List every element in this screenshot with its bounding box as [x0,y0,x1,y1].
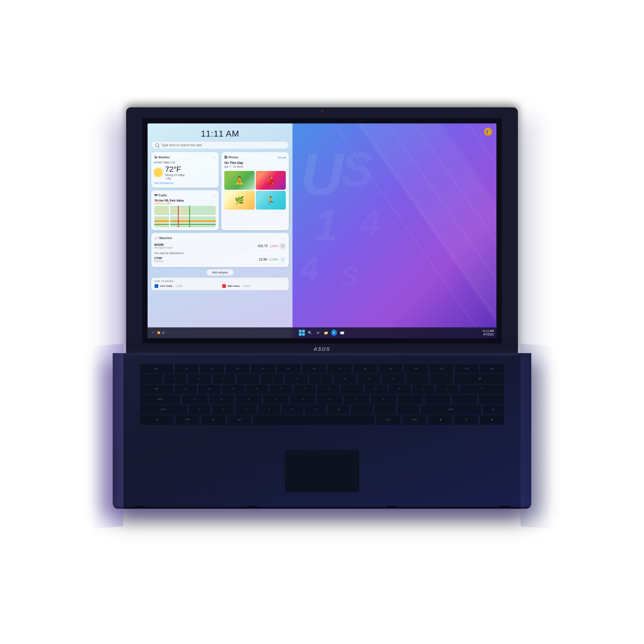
key-f7[interactable]: F7 [327,364,352,373]
start-button[interactable] [299,330,305,336]
key-del[interactable]: DEL [480,364,504,373]
key-n[interactable]: N [305,405,327,414]
taskbar-outlook[interactable]: ✉️ [339,330,345,336]
key-f8[interactable]: F8 [353,364,377,373]
key-o[interactable]: O [365,384,387,393]
key-slash[interactable]: / [397,405,419,414]
key-u[interactable]: U [317,384,340,393]
key-4[interactable]: 4 [236,374,259,383]
key-s[interactable]: S [209,394,235,404]
key-ctrl[interactable]: CTRL [175,415,200,424]
key-period[interactable]: . [374,405,396,414]
key-5[interactable]: 5 [261,374,284,383]
key-h[interactable]: H [317,394,343,404]
traffic-menu[interactable]: ··· [213,193,216,197]
key-f12[interactable]: F12 [455,364,479,373]
key-tab[interactable]: TAB [140,384,173,393]
key-p[interactable]: P [388,384,411,393]
user-avatar[interactable]: 🎭 [484,128,492,136]
key-lbracket[interactable]: [ [412,384,435,393]
photo-thumb-1[interactable]: 🧘 [224,171,255,190]
key-2[interactable]: 2 [188,374,211,383]
key-6[interactable]: 6 [285,374,308,383]
key-semicolon[interactable]: ; [425,394,451,404]
key-minus[interactable]: - [406,374,429,383]
key-f10[interactable]: F10 [404,364,428,373]
key-f1[interactable]: F1 [174,364,199,373]
key-e[interactable]: E [222,384,245,393]
key-f9[interactable]: F9 [378,364,403,373]
key-d[interactable]: D [236,394,262,404]
key-v[interactable]: V [258,405,280,414]
key-x[interactable]: X [212,405,234,414]
photos-see-all[interactable]: See all [277,156,286,159]
taskbar-explorer[interactable]: 📁 [323,330,329,336]
key-lshift[interactable]: SHIFT [140,405,188,414]
key-c[interactable]: C [235,405,257,414]
key-w[interactable]: W [198,384,221,393]
key-space[interactable] [253,415,375,424]
weather-forecast-link[interactable]: See full forecast [154,182,216,185]
stock-row-wgrb[interactable]: WGRB Woodgrove Bank 435.75 -1.67% ↗ [154,242,286,251]
stock-row-ctsp[interactable]: CTSP Contoso 23.98 +2.23% ↗ [154,255,286,264]
key-f11[interactable]: F11 [429,364,453,373]
key-g[interactable]: G [290,394,316,404]
taskbar-edge[interactable]: e [331,330,337,336]
weather-menu[interactable]: ··· [213,155,216,159]
key-fn[interactable]: FN [140,415,174,424]
key-f6[interactable]: F6 [302,364,326,373]
key-quote[interactable]: ' [452,394,478,404]
key-f[interactable]: F [263,394,289,404]
key-9[interactable]: 9 [357,374,380,383]
story-item-2[interactable]: NBC News · 5 mins [222,284,286,288]
key-i[interactable]: I [341,384,364,393]
key-j[interactable]: J [344,394,370,404]
key-win[interactable]: ⊞ [201,415,226,424]
search-bar[interactable]: Type here to search the web [151,141,289,149]
taskbar-search[interactable]: 🔍 [307,330,313,336]
watchlist-menu[interactable]: ··· [283,236,286,240]
key-0[interactable]: 0 [382,374,405,383]
photo-thumb-2[interactable]: 💃 [256,171,286,190]
key-comma[interactable]: , [351,405,373,414]
key-l[interactable]: L [398,394,424,404]
add-widgets-button[interactable]: Add widgets [206,269,234,276]
key-7[interactable]: 7 [309,374,332,383]
key-f2[interactable]: F2 [200,364,224,373]
key-rctrl[interactable]: CTRL [402,415,427,424]
key-down[interactable]: ▼ [454,415,479,424]
key-k[interactable]: K [371,394,397,404]
key-backslash[interactable]: \ [478,394,504,404]
key-1[interactable]: 1 [164,374,187,383]
key-f3[interactable]: F3 [225,364,250,373]
taskbar-arrow[interactable]: ⌃ [150,330,156,335]
key-backtick[interactable]: ` [140,374,163,383]
key-right[interactable]: ▶ [480,415,504,424]
key-y[interactable]: Y [293,384,316,393]
story-item-1[interactable]: USA Today · 2 mins [155,284,218,288]
key-enter[interactable]: ↵ [460,384,504,393]
key-r[interactable]: R [246,384,269,393]
key-ralt[interactable]: ALT [376,415,401,424]
key-rbracket[interactable]: ] [436,384,459,393]
key-alt[interactable]: ALT [227,415,252,424]
key-m[interactable]: M [328,405,350,414]
traffic-map[interactable] [154,206,216,227]
key-up[interactable]: ▲ [482,405,504,414]
key-f4[interactable]: F4 [251,364,275,373]
key-q[interactable]: Q [174,384,197,393]
key-t[interactable]: T [269,384,292,393]
photo-thumb-3[interactable]: 🌿 [224,191,255,210]
key-z[interactable]: Z [189,405,211,414]
key-rshift[interactable]: SHIFT [420,405,481,414]
key-left[interactable]: ◀ [428,415,453,424]
key-8[interactable]: 8 [333,374,356,383]
key-esc[interactable]: ESC [140,364,173,373]
touchpad[interactable] [284,450,360,493]
key-backspace[interactable]: ⌫ [454,374,504,383]
photo-thumb-4[interactable]: 🏃 [256,191,286,210]
key-3[interactable]: 3 [212,374,235,383]
key-f5[interactable]: F5 [276,364,301,373]
key-equals[interactable]: = [430,374,453,383]
key-caps[interactable]: CAPS [140,394,181,404]
